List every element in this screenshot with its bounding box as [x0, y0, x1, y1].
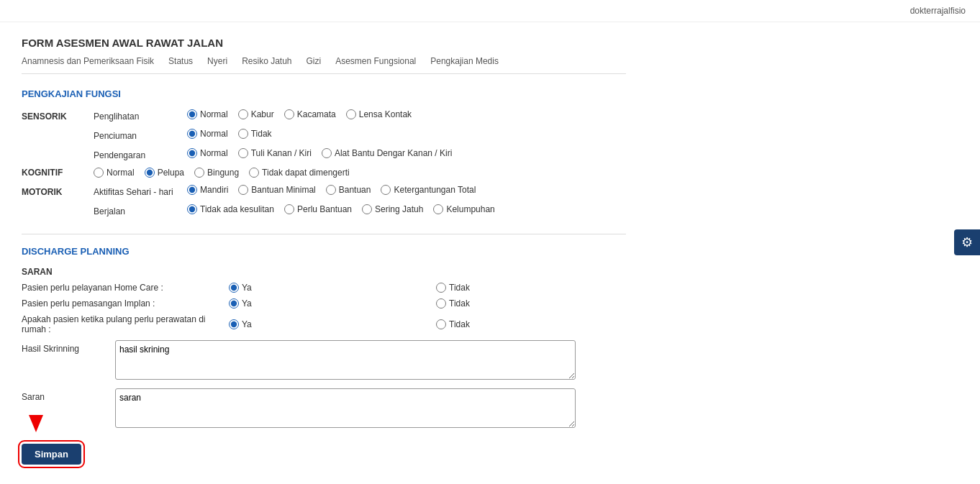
homecare-tidak-option[interactable]: Tidak: [436, 283, 638, 293]
aktifitas-options: Mandiri Bantuan Minimal Bantuan Ketergan…: [187, 185, 476, 195]
implan-row: Pasien perlu pemasangan Implan : Ya Tida…: [22, 298, 626, 309]
tab-pengkajian-medis[interactable]: Pengkajian Medis: [430, 56, 499, 69]
kognitif-bingung-radio[interactable]: [194, 168, 204, 178]
pendengaran-normal-option[interactable]: Normal: [187, 148, 228, 158]
implan-ya-option[interactable]: Ya: [229, 298, 430, 309]
simpan-button[interactable]: Simpan: [22, 444, 81, 465]
aktifitas-bantuan-minimal-option[interactable]: Bantuan Minimal: [238, 185, 315, 195]
perawatan-rumah-tidak-radio[interactable]: [436, 319, 446, 329]
berjalan-sering-jatuh-radio[interactable]: [362, 204, 372, 214]
berjalan-tidak-kesulitan-option[interactable]: Tidak ada kesulitan: [187, 204, 274, 214]
perawatan-rumah-ya-option[interactable]: Ya: [229, 319, 430, 329]
kognitif-tidak-mengerti-option[interactable]: Tidak dapat dimengerti: [249, 168, 350, 178]
tab-resiko-jatuh[interactable]: Resiko Jatuh: [242, 56, 291, 69]
penglihatan-label: Penglihatan: [94, 109, 180, 122]
berjalan-kelumpuhan-radio[interactable]: [433, 204, 443, 214]
aktifitas-bantuan-option[interactable]: Bantuan: [326, 185, 371, 195]
motorik-label-empty: [22, 204, 86, 206]
penglihatan-lensa-radio[interactable]: [346, 109, 356, 119]
penglihatan-options: Normal Kabur Kacamata Lensa Kontak: [187, 109, 412, 119]
aktifitas-mandiri-radio[interactable]: [187, 185, 197, 195]
form-title: FORM ASESMEN AWAL RAWAT JALAN: [22, 37, 626, 49]
aktifitas-bantuan-radio[interactable]: [326, 185, 336, 195]
pengkajian-fungsi-section: PENGKAJIAN FUNGSI SENSORIK Penglihatan N…: [22, 88, 626, 216]
berjalan-sering-jatuh-option[interactable]: Sering Jatuh: [362, 204, 423, 214]
homecare-label: Pasien perlu pelayanan Home Care :: [22, 283, 223, 293]
pendengaran-tuli-radio[interactable]: [238, 148, 248, 158]
penglihatan-normal-radio[interactable]: [187, 109, 197, 119]
hasil-skrining-label: Hasil Skrinning: [22, 340, 108, 354]
pendengaran-tuli-option[interactable]: Tuli Kanan / Kiri: [238, 148, 312, 158]
kognitif-label: KOGNITIF: [22, 168, 86, 178]
aktifitas-bantuan-minimal-radio[interactable]: [238, 185, 248, 195]
kognitif-pelupa-option[interactable]: Pelupa: [145, 168, 184, 178]
homecare-ya-option[interactable]: Ya: [229, 283, 430, 293]
sensorik-penglihatan-row: SENSORIK Penglihatan Normal Kabur Kacama…: [22, 109, 626, 122]
homecare-row: Pasien perlu pelayanan Home Care : Ya Ti…: [22, 283, 626, 293]
pendengaran-normal-radio[interactable]: [187, 148, 197, 158]
tab-status[interactable]: Status: [168, 56, 193, 69]
main-content: FORM ASESMEN AWAL RAWAT JALAN Anamnesis …: [0, 22, 648, 484]
pendengaran-alat-bantu-radio[interactable]: [322, 148, 332, 158]
discharge-planning-title: DISCHARGE PLANNING: [22, 246, 626, 257]
kognitif-options: Normal Pelupa Bingung Tidak dapat dimeng…: [94, 168, 350, 178]
red-arrow-indicator: [29, 415, 43, 432]
motorik-berjalan-row: Berjalan Tidak ada kesulitan Perlu Bantu…: [22, 204, 626, 216]
aktifitas-label: Aktifitas Sehari - hari: [94, 185, 180, 197]
berjalan-label: Berjalan: [94, 204, 180, 216]
nav-tabs: Anamnesis dan Pemeriksaan Fisik Status N…: [22, 56, 626, 74]
penciuman-options: Normal Tidak: [187, 129, 272, 139]
top-bar: dokterrajalfisio: [0, 0, 980, 22]
penglihatan-lensa-option[interactable]: Lensa Kontak: [346, 109, 412, 119]
tab-nyeri[interactable]: Nyeri: [207, 56, 227, 69]
sensorik-pendengaran-row: Pendengaran Normal Tuli Kanan / Kiri Ala…: [22, 148, 626, 160]
homecare-ya-radio[interactable]: [229, 283, 239, 293]
penglihatan-kacamata-option[interactable]: Kacamata: [284, 109, 336, 119]
aktifitas-ketergantungan-option[interactable]: Ketergantungan Total: [381, 185, 476, 195]
kognitif-pelupa-radio[interactable]: [145, 168, 155, 178]
saran-field-textarea[interactable]: saran: [115, 388, 576, 428]
penciuman-tidak-option[interactable]: Tidak: [238, 129, 272, 139]
tab-asesmen-fungsional[interactable]: Asesmen Fungsional: [335, 56, 416, 69]
implan-tidak-radio[interactable]: [436, 298, 446, 309]
berjalan-perlu-bantuan-option[interactable]: Perlu Bantuan: [284, 204, 352, 214]
penglihatan-kabur-radio[interactable]: [238, 109, 248, 119]
saran-main-label: SARAN: [22, 267, 626, 277]
save-area: Simpan: [22, 437, 81, 465]
hasil-skrining-textarea[interactable]: hasil skrining: [115, 340, 576, 380]
kognitif-bingung-option[interactable]: Bingung: [194, 168, 239, 178]
homecare-tidak-radio[interactable]: [436, 283, 446, 293]
pendengaran-alat-bantu-option[interactable]: Alat Bantu Dengar Kanan / Kiri: [322, 148, 452, 158]
berjalan-perlu-bantuan-radio[interactable]: [284, 204, 294, 214]
gear-icon: ⚙: [961, 234, 973, 250]
motorik-label: MOTORIK: [22, 185, 86, 197]
penciuman-label: Penciuman: [94, 129, 180, 141]
penciuman-tidak-radio[interactable]: [238, 129, 248, 139]
penglihatan-kabur-option[interactable]: Kabur: [238, 109, 274, 119]
perawatan-rumah-label: Apakah pasien ketika pulang perlu perawa…: [22, 314, 223, 334]
aktifitas-mandiri-option[interactable]: Mandiri: [187, 185, 228, 195]
berjalan-kelumpuhan-option[interactable]: Kelumpuhan: [433, 204, 494, 214]
implan-ya-radio[interactable]: [229, 298, 239, 309]
penciuman-normal-radio[interactable]: [187, 129, 197, 139]
username-display: dokterrajalfisio: [910, 6, 966, 16]
implan-tidak-option[interactable]: Tidak: [436, 298, 638, 309]
implan-label: Pasien perlu pemasangan Implan :: [22, 298, 223, 309]
tab-anamnesis[interactable]: Anamnesis dan Pemeriksaan Fisik: [22, 56, 154, 69]
penglihatan-normal-option[interactable]: Normal: [187, 109, 228, 119]
berjalan-tidak-kesulitan-radio[interactable]: [187, 204, 197, 214]
hasil-skrining-row: Hasil Skrinning hasil skrining: [22, 340, 626, 380]
tab-gizi[interactable]: Gizi: [307, 56, 322, 69]
kognitif-normal-option[interactable]: Normal: [94, 168, 135, 178]
kognitif-normal-radio[interactable]: [94, 168, 104, 178]
aktifitas-ketergantungan-radio[interactable]: [381, 185, 391, 195]
penciuman-normal-option[interactable]: Normal: [187, 129, 228, 139]
kognitif-tidak-mengerti-radio[interactable]: [249, 168, 259, 178]
perawatan-rumah-tidak-option[interactable]: Tidak: [436, 319, 638, 329]
penglihatan-kacamata-radio[interactable]: [284, 109, 294, 119]
sensorik-label-empty: [22, 129, 86, 131]
perawatan-rumah-ya-radio[interactable]: [229, 319, 239, 329]
berjalan-options: Tidak ada kesulitan Perlu Bantuan Sering…: [187, 204, 495, 214]
saran-field-row: Saran saran: [22, 388, 626, 428]
gear-button[interactable]: ⚙: [954, 229, 980, 255]
